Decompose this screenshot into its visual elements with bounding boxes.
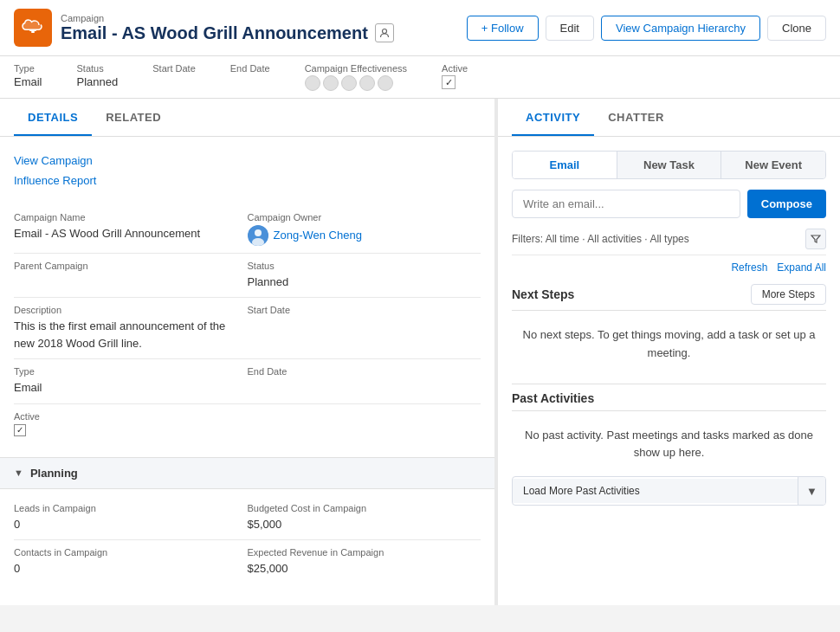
field-start-date: Start Date ✎ — [248, 298, 481, 359]
left-panel: DETAILS RELATED View Campaign Influence … — [0, 99, 498, 605]
description-label: Description — [14, 305, 241, 315]
field-budgeted-cost: Budgeted Cost in Campaign $5,000 ✎ — [248, 496, 481, 541]
field-campaign-owner: Campaign Owner Zong-Wen Cheng ✎ — [248, 205, 481, 254]
tab-details[interactable]: DETAILS — [14, 99, 92, 136]
clone-button[interactable]: Clone — [767, 16, 826, 41]
effectiveness-label: Campaign Effectiveness — [305, 63, 407, 74]
svg-rect-1 — [31, 31, 35, 33]
view-links: View Campaign Influence Report — [14, 151, 481, 191]
svg-point-2 — [382, 29, 386, 34]
meta-type: Type Email — [14, 63, 42, 91]
compose-button[interactable]: Compose — [747, 190, 826, 218]
budgeted-cost-value: $5,000 — [248, 516, 475, 533]
active-label: Active — [442, 63, 468, 74]
field-end-date: End Date ✎ — [248, 359, 481, 404]
parent-campaign-value — [14, 274, 241, 291]
contacts-value: 0 — [14, 560, 241, 577]
campaign-icon — [14, 9, 52, 47]
planning-title: Planning — [30, 467, 78, 480]
expected-revenue-label: Expected Revenue in Campaign — [248, 547, 475, 558]
meta-start-date: Start Date — [152, 63, 196, 91]
compose-tab-email[interactable]: Email — [513, 152, 617, 178]
meta-bar: Type Email Status Planned Start Date End… — [0, 56, 840, 99]
more-steps-button[interactable]: More Steps — [751, 284, 826, 305]
meta-active: Active ✓ — [442, 63, 468, 91]
field-leads: Leads in Campaign 0 — [14, 496, 248, 541]
status-field-value: Planned — [248, 274, 475, 291]
refresh-link[interactable]: Refresh — [731, 261, 767, 274]
load-more-arrow-icon[interactable]: ▼ — [798, 477, 825, 505]
page-header: Campaign Email - AS Wood Grill Announcem… — [0, 0, 840, 56]
next-steps-empty: No next steps. To get things moving, add… — [512, 319, 826, 370]
right-panel: ACTIVITY CHATTER Email New Task New Even… — [498, 99, 840, 605]
details-content: View Campaign Influence Report Campaign … — [0, 137, 494, 457]
end-date-field-value — [248, 379, 475, 397]
budgeted-cost-label: Budgeted Cost in Campaign — [248, 503, 475, 513]
load-more-bar: Load More Past Activities ▼ — [512, 476, 826, 506]
load-more-button[interactable]: Load More Past Activities — [513, 479, 798, 503]
view-hierarchy-button[interactable]: View Campaign Hierarchy — [601, 16, 760, 41]
tab-related[interactable]: RELATED — [92, 99, 175, 136]
entity-label: Campaign — [61, 13, 394, 23]
field-type: Type Email ✎ — [14, 359, 248, 404]
view-campaign-link[interactable]: View Campaign — [14, 151, 481, 171]
compose-area: Compose — [512, 190, 826, 218]
field-contacts: Contacts in Campaign 0 — [14, 540, 248, 584]
active-checkbox-display: ✓ — [14, 424, 26, 436]
compose-input[interactable] — [512, 190, 740, 218]
influence-report-link[interactable]: Influence Report — [14, 171, 481, 190]
refresh-links: Refresh Expand All — [512, 261, 826, 274]
end-date-field-label: End Date — [248, 366, 475, 377]
type-value: Email — [14, 75, 42, 88]
tabs-bar: DETAILS RELATED — [0, 99, 494, 137]
follow-button[interactable]: + Follow — [467, 16, 539, 41]
campaign-name-label: Campaign Name — [14, 212, 241, 222]
field-description: Description This is the first email anno… — [14, 298, 248, 359]
start-date-label: Start Date — [152, 63, 196, 74]
leads-label: Leads in Campaign — [14, 503, 241, 513]
effectiveness-dots — [305, 75, 407, 91]
svg-rect-0 — [29, 29, 36, 31]
filter-icon[interactable] — [805, 229, 826, 249]
compose-tab-new-event[interactable]: New Event — [721, 152, 825, 178]
campaign-name-value: Email - AS Wood Grill Announcement — [14, 225, 241, 242]
main-content: DETAILS RELATED View Campaign Influence … — [0, 99, 840, 605]
planning-section-header[interactable]: ▼ Planning — [0, 457, 494, 489]
person-icon[interactable] — [375, 23, 394, 42]
header-title-block: Campaign Email - AS Wood Grill Announcem… — [61, 13, 394, 43]
planning-fields: Leads in Campaign 0 Budgeted Cost in Cam… — [0, 489, 494, 591]
dot-4 — [359, 75, 375, 91]
activity-tabs-bar: ACTIVITY CHATTER — [498, 99, 840, 137]
expand-all-link[interactable]: Expand All — [777, 261, 826, 274]
activity-content: Email New Task New Event Compose Filters… — [498, 137, 840, 533]
compose-tab-new-task[interactable]: New Task — [617, 152, 722, 178]
dot-3 — [341, 75, 357, 91]
description-value: This is the first email announcement of … — [14, 318, 241, 351]
tab-chatter[interactable]: CHATTER — [594, 99, 678, 136]
expected-revenue-value: $25,000 — [248, 560, 475, 577]
parent-campaign-label: Parent Campaign — [14, 261, 241, 271]
edit-button[interactable]: Edit — [546, 16, 594, 41]
field-campaign-name: Campaign Name Email - AS Wood Grill Anno… — [14, 205, 248, 254]
dot-1 — [305, 75, 320, 91]
svg-point-4 — [255, 229, 262, 236]
type-field-value: Email — [14, 379, 241, 397]
meta-end-date: End Date — [230, 63, 270, 91]
next-steps-section: Next Steps More Steps No next steps. To … — [512, 284, 826, 370]
active-checkbox-field: ✓ — [14, 424, 241, 436]
planning-grid: Leads in Campaign 0 Budgeted Cost in Cam… — [14, 496, 481, 584]
campaign-owner-name[interactable]: Zong-Wen Cheng — [274, 227, 362, 244]
end-date-label: End Date — [230, 63, 270, 74]
fields-grid: Campaign Name Email - AS Wood Grill Anno… — [14, 205, 481, 443]
type-label: Type — [14, 63, 42, 74]
next-steps-header: Next Steps More Steps — [512, 284, 826, 311]
filters-bar: Filters: All time · All activities · All… — [512, 229, 826, 255]
type-field-label: Type — [14, 366, 241, 377]
start-date-field-label: Start Date — [248, 305, 475, 315]
tab-activity[interactable]: ACTIVITY — [512, 99, 594, 136]
leads-value: 0 — [14, 516, 241, 533]
filters-text: Filters: All time · All activities · All… — [512, 233, 689, 245]
past-activities-section: Past Activities No past activity. Past m… — [512, 391, 826, 506]
planning-chevron-icon: ▼ — [14, 468, 23, 478]
header-left: Campaign Email - AS Wood Grill Announcem… — [14, 9, 394, 47]
